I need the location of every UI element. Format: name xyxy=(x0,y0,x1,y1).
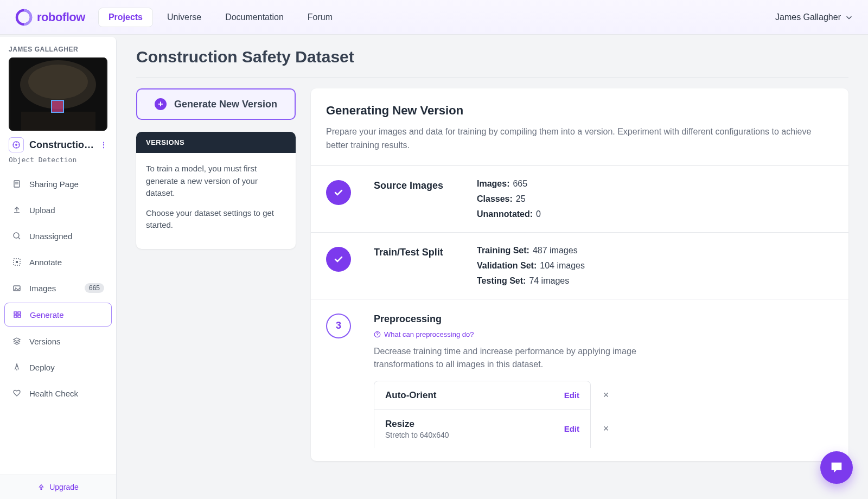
step-label: Train/Test Split xyxy=(374,246,466,258)
project-type-icon xyxy=(9,137,24,152)
user-menu[interactable]: James Gallagher xyxy=(775,12,853,22)
upgrade-button[interactable]: Upgrade xyxy=(0,475,116,499)
sidebar-item-label: Health Check xyxy=(29,389,78,398)
stat-key: Training Set: xyxy=(477,246,529,255)
prep-card-resize: Resize Stretch to 640x640 Edit xyxy=(374,410,591,448)
sidebar-item-label: Generate xyxy=(30,310,64,319)
prep-subtitle: Stretch to 640x640 xyxy=(385,431,449,439)
svg-rect-21 xyxy=(14,312,17,314)
page-title: Construction Safety Dataset xyxy=(136,48,848,66)
generate-new-version-button[interactable]: + Generate New Version xyxy=(136,88,296,120)
plus-circle-icon: + xyxy=(155,98,167,110)
images-icon xyxy=(12,283,22,293)
prep-name: Resize xyxy=(385,419,449,430)
generate-btn-label: Generate New Version xyxy=(174,99,277,110)
deploy-icon xyxy=(12,362,22,372)
sidebar-item-label: Images xyxy=(29,284,56,293)
stat-val: 0 xyxy=(536,209,541,219)
svg-rect-23 xyxy=(14,315,17,317)
images-count-badge: 665 xyxy=(85,283,104,293)
remove-button[interactable]: × xyxy=(599,410,612,448)
sidebar-item-label: Sharing Page xyxy=(29,180,79,189)
svg-point-7 xyxy=(15,144,17,146)
stat-key: Images: xyxy=(477,179,509,188)
sidebar-item-deploy[interactable]: Deploy xyxy=(4,356,112,379)
stat-val: 487 images xyxy=(533,246,578,255)
sidebar-item-annotate[interactable]: Annotate xyxy=(4,251,112,273)
sidebar-item-label: Upload xyxy=(29,206,55,215)
stat-val: 25 xyxy=(516,194,526,203)
generating-panel: Generating New Version Prepare your imag… xyxy=(311,88,848,461)
stat-val: 665 xyxy=(513,179,527,188)
stat-val: 104 images xyxy=(540,261,585,270)
stat-key: Classes: xyxy=(477,194,513,203)
sidebar-item-health[interactable]: Health Check xyxy=(4,382,112,405)
versions-panel: VERSIONS To train a model, you must firs… xyxy=(136,132,296,249)
help-icon xyxy=(374,331,381,338)
sidebar-item-label: Unassigned xyxy=(29,232,72,241)
sidebar-item-upload[interactable]: Upload xyxy=(4,199,112,221)
sidebar-item-versions[interactable]: Versions xyxy=(4,330,112,353)
project-thumbnail[interactable] xyxy=(9,57,107,131)
sidebar-item-unassigned[interactable]: Unassigned xyxy=(4,225,112,247)
sidebar-item-label: Deploy xyxy=(29,363,55,372)
user-name: James Gallagher xyxy=(775,12,841,22)
nav-forum[interactable]: Forum xyxy=(298,8,342,27)
svg-point-26 xyxy=(377,335,378,336)
svg-rect-22 xyxy=(18,312,21,314)
sidebar: JAMES GALLAGHER Construction S... ⋮ Obje… xyxy=(0,37,117,499)
stat-key: Testing Set: xyxy=(477,276,526,285)
brand-text: roboflow xyxy=(37,10,85,24)
stat-key: Validation Set: xyxy=(477,261,537,270)
topbar: roboflow Projects Universe Documentation… xyxy=(0,0,868,35)
svg-rect-4 xyxy=(21,112,95,131)
prep-name: Auto-Orient xyxy=(385,390,436,401)
svg-rect-24 xyxy=(18,315,21,317)
chat-icon xyxy=(829,460,844,475)
edit-button[interactable]: Edit xyxy=(564,391,579,400)
workspace-owner: JAMES GALLAGHER xyxy=(0,37,116,57)
step-train-test-split[interactable]: Train/Test Split Training Set:487 images… xyxy=(311,232,848,299)
divider xyxy=(136,77,848,78)
prep-card-auto-orient: Auto-Orient Edit xyxy=(374,381,591,410)
chat-fab[interactable] xyxy=(820,451,853,484)
step-source-images[interactable]: Source Images Images:665 Classes:25 Unan… xyxy=(311,165,848,232)
project-menu-icon[interactable]: ⋮ xyxy=(100,140,107,149)
preprocessing-hint-link[interactable]: What can preprocessing do? xyxy=(374,330,833,338)
logo-icon xyxy=(15,9,33,26)
edit-button[interactable]: Edit xyxy=(564,424,579,433)
heart-icon xyxy=(12,388,22,398)
logo[interactable]: roboflow xyxy=(15,9,85,26)
project-name: Construction S... xyxy=(29,139,94,151)
step-label: Preprocessing xyxy=(374,312,833,325)
upgrade-label: Upgrade xyxy=(49,483,79,491)
check-icon xyxy=(326,180,351,205)
svg-rect-18 xyxy=(16,261,18,263)
panel-title: Generating New Version xyxy=(326,104,833,118)
sidebar-item-sharing[interactable]: Sharing Page xyxy=(4,172,112,195)
svg-line-16 xyxy=(18,238,20,239)
nav-projects[interactable]: Projects xyxy=(98,8,153,27)
versions-header: VERSIONS xyxy=(136,132,296,153)
nav-documentation[interactable]: Documentation xyxy=(215,8,293,27)
sidebar-item-generate[interactable]: Generate xyxy=(4,303,112,327)
upgrade-icon xyxy=(37,483,45,491)
stat-key: Unannotated: xyxy=(477,209,533,219)
page-icon xyxy=(12,179,22,189)
versions-hint-1: To train a model, you must first generat… xyxy=(146,163,286,200)
svg-point-3 xyxy=(28,65,88,99)
sidebar-item-images[interactable]: Images665 xyxy=(4,277,112,299)
nav-universe[interactable]: Universe xyxy=(157,8,211,27)
project-title-row: Construction S... ⋮ xyxy=(0,137,116,155)
stat-val: 74 images xyxy=(529,276,569,285)
main-content: Construction Safety Dataset + Generate N… xyxy=(117,35,868,499)
topnav: Projects Universe Documentation Forum xyxy=(98,8,775,27)
svg-rect-5 xyxy=(52,101,63,112)
search-icon xyxy=(12,231,22,241)
step-number-badge: 3 xyxy=(326,314,351,338)
upload-icon xyxy=(12,205,22,215)
step-preprocessing: 3 Preprocessing What can preprocessing d… xyxy=(311,299,848,461)
remove-button[interactable]: × xyxy=(599,381,612,410)
annotate-icon xyxy=(12,257,22,267)
check-icon xyxy=(326,247,351,272)
